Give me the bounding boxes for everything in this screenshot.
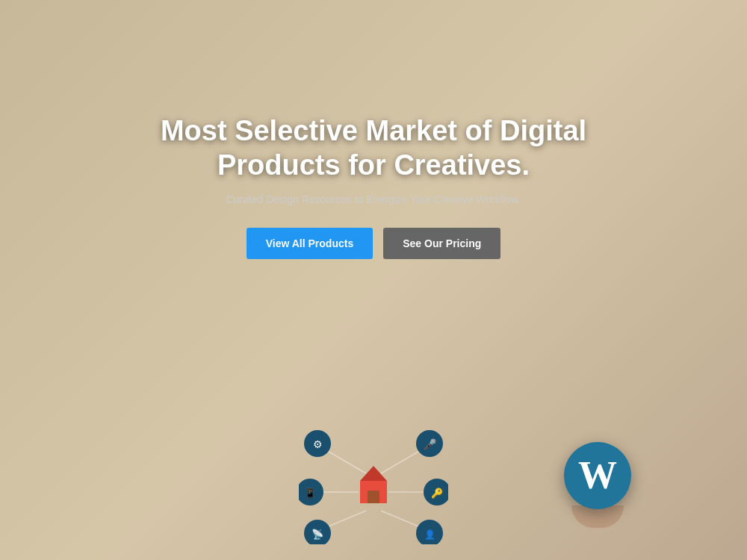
svg-marker-11 bbox=[360, 466, 387, 481]
recently-added-section: Recently Added Items Checkout the latest… bbox=[0, 325, 747, 560]
hero-title: Most Selective Market of Digital Product… bbox=[127, 114, 620, 182]
hero-buttons: View All Products See Our Pricing bbox=[127, 228, 620, 259]
svg-rect-12 bbox=[368, 491, 379, 503]
product-card-2[interactable]: ⚙ 🎤 📱 🔑 📡 👤 100 Free Busines bbox=[269, 417, 478, 560]
product-image-2: ⚙ 🎤 📱 🔑 📡 👤 bbox=[270, 417, 477, 552]
hero-content: Most Selective Market of Digital Product… bbox=[112, 99, 635, 273]
hero-subtitle: Curated Design Resources to Energize You… bbox=[127, 193, 620, 205]
products-grid: 100 flat Icons $1.00 – $3.00 bbox=[45, 417, 702, 560]
svg-text:🔑: 🔑 bbox=[431, 487, 444, 500]
product-image-3: W bbox=[494, 417, 701, 552]
view-all-products-button[interactable]: View All Products bbox=[247, 228, 373, 259]
svg-text:📱: 📱 bbox=[304, 487, 317, 500]
see-pricing-button[interactable]: See Our Pricing bbox=[383, 228, 500, 259]
svg-text:👤: 👤 bbox=[424, 529, 436, 540]
svg-text:📡: 📡 bbox=[311, 528, 324, 541]
svg-text:🎤: 🎤 bbox=[424, 438, 437, 451]
svg-text:⚙: ⚙ bbox=[313, 438, 323, 450]
product-card-3[interactable]: W Free WordPress Plugins $30.00 bbox=[493, 417, 702, 560]
